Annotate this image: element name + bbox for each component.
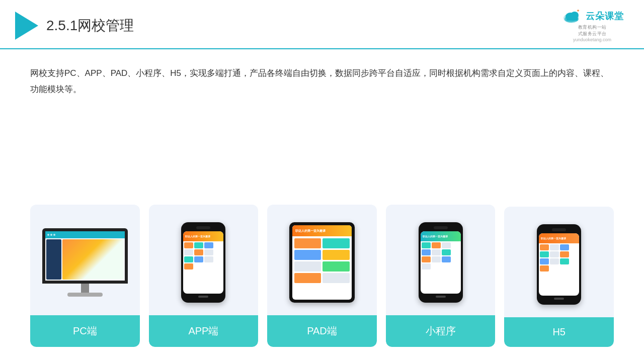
phone-header-text-h5: 职达人的第一堂兴趣课	[541, 237, 566, 240]
phone-screen-mini: 职达人的第一堂兴趣课	[421, 231, 461, 294]
mblock1	[422, 242, 431, 248]
tablet-header: 职达人的第一堂兴趣课	[292, 225, 352, 236]
mblock3	[442, 242, 451, 248]
logo-url: yunduoketang.com	[573, 37, 611, 42]
tblock6	[323, 261, 350, 272]
logo-cloud-container: 云朵课堂	[560, 9, 624, 23]
phone-mockup-h5: 职达人的第一堂兴趣课	[537, 224, 581, 305]
card-app: 职达人的第一堂兴趣课	[149, 205, 259, 347]
card-pad: 职达人的第一堂兴趣课	[267, 205, 377, 347]
block8	[194, 256, 203, 262]
block4	[184, 249, 193, 255]
monitor-mockup	[42, 228, 128, 297]
page: 2.5.1网校管理 云朵课堂 教育机构一站式服务云平台 yunduo	[0, 0, 644, 362]
hblock8	[550, 258, 559, 264]
mblock4	[422, 249, 431, 255]
phone-content-h5	[539, 243, 579, 273]
card-h5-image: 职达人的第一堂兴趣课	[504, 217, 614, 317]
phone-body-h5: 职达人的第一堂兴趣课	[537, 224, 581, 305]
tablet-body: 职达人的第一堂兴趣课	[289, 222, 355, 303]
description-text: 网校支持PC、APP、PAD、小程序、H5，实现多端打通，产品各终端自由切换，数…	[30, 65, 614, 98]
mblock2	[432, 242, 441, 248]
block3	[204, 242, 213, 248]
hblock1	[540, 244, 549, 250]
mblock10	[422, 263, 431, 269]
page-title: 2.5.1网校管理	[46, 16, 134, 35]
tblock1	[294, 238, 321, 248]
tablet-screen: 职达人的第一堂兴趣课	[292, 225, 352, 300]
card-h5: 职达人的第一堂兴趣课	[504, 207, 614, 347]
card-pad-image: 职达人的第一堂兴趣课	[267, 215, 377, 315]
phone-notch-h5	[552, 228, 566, 231]
mblock9	[442, 256, 451, 262]
phone-header-text: 职达人的第一堂兴趣课	[185, 235, 210, 238]
hblock3	[560, 244, 569, 250]
phone-mockup-mini: 职达人的第一堂兴趣课	[419, 222, 463, 303]
card-app-label: APP端	[149, 315, 259, 347]
tablet-mockup: 职达人的第一堂兴趣课	[289, 222, 355, 303]
logo-subtitle: 教育机构一站式服务云平台	[578, 24, 607, 37]
tablet-header-text: 职达人的第一堂兴趣课	[295, 229, 326, 233]
phone-notch-mini	[434, 226, 448, 229]
hblock10	[540, 265, 549, 272]
phone-header-text-mini: 职达人的第一堂兴趣课	[423, 235, 448, 238]
card-pc: PC端	[30, 205, 140, 347]
phone-home-h5	[554, 298, 564, 300]
card-pc-label: PC端	[30, 315, 140, 347]
block9	[204, 256, 213, 262]
mblock6	[442, 249, 451, 255]
logo-triangle-icon	[15, 12, 38, 40]
mblock5	[432, 249, 441, 255]
hblock5	[550, 251, 559, 257]
monitor-screen	[42, 228, 128, 284]
phone-home	[198, 296, 208, 298]
phone-screen-app: 职达人的第一堂兴趣课	[183, 231, 223, 294]
dot2	[50, 234, 52, 236]
block6	[204, 249, 213, 255]
header: 2.5.1网校管理 云朵课堂 教育机构一站式服务云平台 yunduo	[0, 0, 644, 49]
phone-body-app: 职达人的第一堂兴趣课	[181, 222, 225, 303]
dot3	[53, 234, 55, 236]
phone-home-mini	[436, 296, 446, 298]
phone-notch	[196, 226, 210, 229]
block1	[184, 242, 193, 248]
card-app-image: 职达人的第一堂兴趣课	[149, 215, 259, 315]
card-pad-label: PAD端	[267, 315, 377, 347]
phone-mockup-app: 职达人的第一堂兴趣课	[181, 222, 225, 303]
dot1	[47, 234, 49, 236]
monitor-main	[62, 239, 124, 280]
phone-header-h5: 职达人的第一堂兴趣课	[539, 233, 579, 243]
tblock2	[323, 238, 350, 248]
card-pc-image	[30, 215, 140, 315]
monitor-bar	[45, 231, 125, 238]
phone-header-app: 职达人的第一堂兴趣课	[183, 231, 223, 241]
cloud-icon	[560, 9, 583, 23]
main-content: 网校支持PC、APP、PAD、小程序、H5，实现多端打通，产品各终端自由切换，数…	[0, 49, 644, 362]
hblock6	[560, 251, 569, 257]
brand-logo: 云朵课堂 教育机构一站式服务云平台 yunduoketang.com	[560, 9, 624, 42]
tablet-content	[292, 236, 352, 285]
logo-text: 云朵课堂	[586, 10, 624, 22]
card-miniapp: 职达人的第一堂兴趣课	[386, 205, 496, 347]
monitor-base	[67, 293, 103, 297]
hblock7	[540, 258, 549, 264]
phone-content-mini	[421, 241, 461, 270]
tblock7	[294, 273, 321, 283]
mblock8	[432, 256, 441, 262]
monitor-sidebar	[46, 239, 61, 280]
hblock2	[550, 244, 559, 250]
phone-body-mini: 职达人的第一堂兴趣课	[419, 222, 463, 303]
phone-screen-h5: 职达人的第一堂兴趣课	[539, 233, 579, 296]
hblock9	[560, 258, 569, 264]
tblock8	[323, 273, 350, 283]
monitor-neck	[81, 284, 89, 293]
mblock7	[422, 256, 431, 262]
tblock5	[294, 261, 321, 272]
tblock3	[294, 250, 321, 260]
card-miniapp-image: 职达人的第一堂兴趣课	[386, 215, 496, 315]
phone-header-mini: 职达人的第一堂兴趣课	[421, 231, 461, 241]
svg-marker-6	[577, 9, 580, 12]
block2	[194, 242, 203, 248]
hblock4	[540, 251, 549, 257]
phone-content	[183, 241, 223, 270]
